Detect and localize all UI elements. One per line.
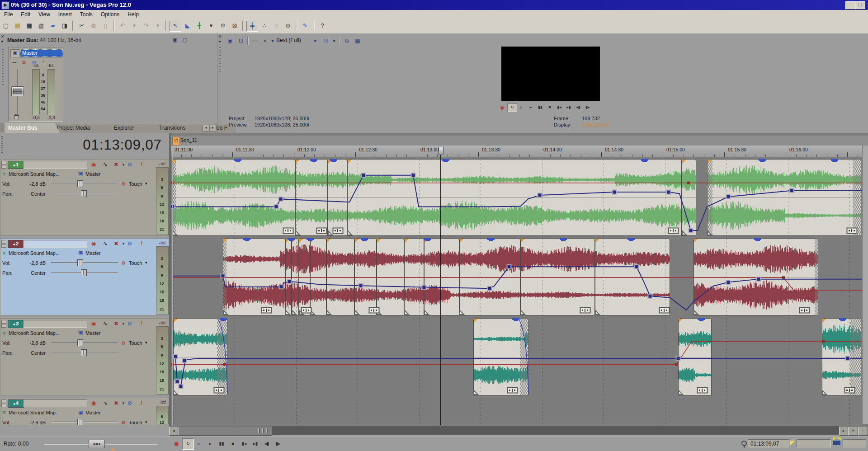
preview-play-from-start-button[interactable]: ▹ — [517, 103, 526, 111]
track-3-events-canvas[interactable] — [171, 318, 868, 395]
restore-track-icon[interactable] — [1, 165, 6, 169]
scroll-left-icon[interactable]: ◂ — [169, 427, 178, 436]
menu-tools[interactable]: Tools — [76, 10, 97, 19]
menu-file[interactable]: File — [0, 10, 17, 19]
tab-scroll-right-icon[interactable]: ▸ — [209, 125, 216, 132]
rate-shuttle-thumb[interactable]: ◂◂▸▸ — [89, 440, 105, 448]
undo-icon[interactable]: ↶ — [117, 21, 128, 31]
dock-grip[interactable] — [219, 47, 221, 74]
track-number-chip[interactable]: ◂4 — [8, 399, 24, 408]
menu-view[interactable]: View — [34, 10, 54, 19]
lock-icon[interactable] — [14, 115, 19, 119]
pan-slider[interactable] — [51, 190, 118, 196]
loop-playback-button[interactable]: ↻ — [182, 438, 194, 450]
track-header-1[interactable]: ◂1◉∿✖▾⊘!-Inf.≣Microsoft Sound Map...▣Mas… — [0, 159, 169, 236]
time-display-grip[interactable] — [1, 136, 3, 154]
record-arm-button[interactable]: ◉ — [89, 399, 98, 407]
lock-envelopes-icon[interactable]: ⊠ — [229, 21, 240, 31]
collapse-icon[interactable]: ◂ — [218, 39, 221, 43]
zoom-out-icon[interactable]: − — [858, 427, 868, 436]
bus-assign-icon[interactable]: ▣ — [78, 171, 83, 177]
track-name-field[interactable] — [23, 320, 87, 328]
cursor-timecode-field[interactable]: 01:13:09,07 — [748, 439, 789, 447]
quality-caret-icon[interactable]: ▾ — [268, 36, 277, 45]
automation-gear-icon[interactable]: ⚙ — [119, 180, 128, 188]
routing-icon[interactable]: ≣ — [2, 171, 6, 176]
preview-go-to-end-button[interactable]: ▸▮ — [564, 103, 573, 111]
automation-mode[interactable]: Touch — [129, 340, 142, 346]
play-from-start-button[interactable]: ▹ — [193, 438, 204, 449]
slider-thumb[interactable] — [77, 419, 83, 425]
track-header-3[interactable]: ◂3◉∿✖▾⊘!-Inf.≣Microsoft Sound Map...▣Mas… — [0, 318, 169, 395]
horizontal-scrollbar[interactable]: ◂ ▸ + − — [169, 426, 868, 435]
automation-caret-icon[interactable]: ▾ — [145, 420, 147, 424]
save-as-icon[interactable]: ▧ — [36, 21, 47, 31]
bus-assign-icon[interactable]: ▣ — [78, 250, 83, 256]
envelope-edit-tool-icon[interactable]: ◣ — [182, 21, 193, 31]
slider-thumb[interactable] — [81, 349, 87, 356]
master-insert-fx-icon[interactable]: ⊶ — [10, 59, 18, 66]
track-size-buttons[interactable] — [1, 240, 7, 248]
preview-record-button[interactable]: ◉ — [498, 103, 507, 111]
close-icon[interactable]: ✕ — [218, 34, 222, 39]
track-number-chip[interactable]: ◂3 — [8, 320, 24, 328]
slider-thumb[interactable] — [77, 259, 83, 266]
cut-icon[interactable]: ✂ — [76, 21, 87, 31]
copy-frame-icon[interactable]: ⧉ — [342, 36, 351, 45]
tab-explorer[interactable]: Explorer — [110, 123, 162, 133]
next-frame-button[interactable]: ▮▸ — [273, 438, 283, 449]
collapse-icon[interactable]: ◂ — [1, 39, 3, 43]
preview-loop-button[interactable]: ↻ — [507, 103, 517, 112]
slider-thumb[interactable] — [81, 269, 87, 276]
track-name-field[interactable] — [23, 399, 87, 407]
master-name-field[interactable]: Master — [20, 49, 63, 57]
whats-this-help-icon[interactable]: ? — [317, 21, 328, 31]
master-fader-thumb[interactable] — [11, 86, 24, 96]
routing-icon[interactable]: ≣ — [2, 410, 6, 415]
minimize-track-icon[interactable] — [1, 320, 6, 324]
minimize-track-icon[interactable] — [1, 399, 6, 403]
master-mute-icon[interactable]: ⊘ — [30, 59, 38, 66]
save-frame-icon[interactable]: ▦ — [353, 36, 362, 45]
preview-quality-label[interactable]: Best (Full) — [276, 37, 301, 43]
vol-slider[interactable] — [51, 419, 118, 425]
play-button[interactable]: ▸ — [205, 438, 216, 449]
go-to-start-button[interactable]: ▮◂ — [239, 438, 250, 449]
track-header-2[interactable]: ◂2◉∿✖▾⊘!-Inf.≣Microsoft Sound Map...▣Mas… — [0, 238, 169, 315]
vol-slider[interactable] — [51, 180, 118, 186]
copy-icon[interactable]: ⧉ — [88, 21, 99, 31]
slider-thumb[interactable] — [77, 180, 83, 187]
marker-bar[interactable]: 11 Son_11 — [171, 136, 868, 146]
marker-tag[interactable]: 11 — [172, 137, 180, 146]
restore-track-icon[interactable] — [1, 244, 6, 248]
envelope-button[interactable]: ∿ — [101, 319, 110, 328]
pan-slider[interactable] — [51, 349, 118, 355]
master-properties-icon[interactable]: ▣ — [171, 36, 179, 43]
record-arm-button[interactable]: ◉ — [89, 319, 98, 328]
master-downmix-icon[interactable]: ▢ — [181, 36, 189, 43]
project-properties-icon[interactable]: ◨ — [59, 21, 70, 31]
selection-length-field[interactable] — [843, 439, 866, 447]
record-button[interactable]: ◉ — [171, 438, 182, 449]
track-name-field[interactable] — [23, 240, 87, 248]
normal-select-icon[interactable]: ◌ — [271, 21, 282, 31]
automation-mode[interactable]: Touch — [129, 420, 142, 425]
tab-scroll-left-icon[interactable]: ◂ — [203, 125, 209, 132]
menu-edit[interactable]: Edit — [17, 10, 34, 19]
solo-button[interactable]: ⊘ — [125, 399, 134, 407]
solo-button[interactable]: ⊘ — [125, 319, 134, 328]
minimize-button[interactable]: _ — [845, 1, 855, 9]
zoom-tool-icon[interactable]: ⊙ — [283, 21, 293, 31]
selection-edit-tool-icon[interactable]: ╋ — [194, 21, 205, 31]
solo-button[interactable]: ⊘ — [125, 160, 134, 169]
pause-button[interactable]: ▮▮ — [216, 438, 227, 449]
close-icon[interactable]: ✕ — [1, 34, 5, 39]
previous-frame-button[interactable]: ◂▮ — [261, 438, 272, 449]
tab-master-bus[interactable]: Master Bus — [5, 123, 60, 133]
preview-next-frame-button[interactable]: ▮▸ — [583, 103, 592, 111]
quality-label-caret-icon[interactable]: ▾ — [311, 36, 320, 45]
menu-insert[interactable]: Insert — [54, 10, 76, 19]
master-automation-icon[interactable]: ⚙ — [20, 59, 28, 66]
playhead-line[interactable] — [440, 148, 441, 425]
track-header-4[interactable]: ◂4◉∿✖▾⊘!-Inf.≣Microsoft Sound Map...▣Mas… — [0, 398, 169, 425]
